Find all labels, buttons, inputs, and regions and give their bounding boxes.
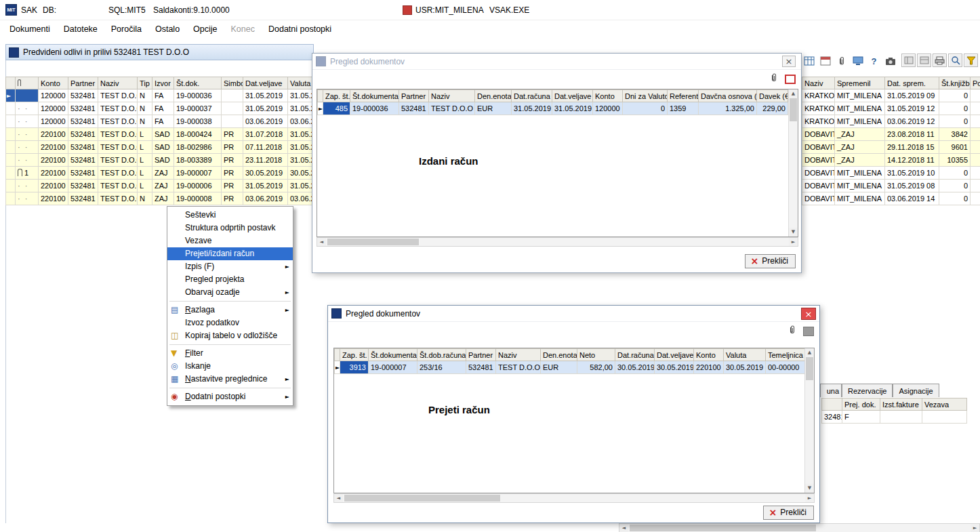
tab[interactable]: una (820, 384, 842, 397)
filter-icon[interactable] (964, 54, 978, 67)
menu-item[interactable]: Iskanje (167, 360, 293, 373)
col-header-dat-veljave[interactable]: Dat.veljave (655, 349, 694, 361)
panel-alt-icon[interactable] (917, 54, 931, 67)
menu-item[interactable]: Nastavitve preglednice► (167, 373, 293, 386)
horizontal-scrollbar[interactable]: ◄ ► (333, 493, 815, 503)
paperclip-icon[interactable] (770, 73, 778, 85)
close-icon[interactable]: × (801, 308, 816, 320)
col-header-datveljave[interactable]: Dat.veljave (243, 77, 288, 89)
menu-item[interactable]: Vezave (167, 234, 293, 247)
col-header-dat-racuna[interactable]: Dat.računa (615, 349, 655, 361)
frame-icon[interactable] (785, 75, 796, 84)
col-header-partner[interactable]: Partner (466, 349, 496, 361)
form-icon[interactable] (818, 54, 832, 68)
menu-item[interactable]: Dodatni postopki► (167, 390, 293, 403)
grid-row[interactable]: · · 220100 532481 TEST D.O.O L SAD 18-00… (6, 141, 314, 154)
col-header-dat-sprem[interactable]: Dat. sprem. (885, 77, 939, 89)
col-header-naziv[interactable]: Naziv (98, 77, 138, 89)
col-header-po[interactable]: Po (971, 77, 980, 89)
col-header-naziv[interactable]: Naziv (496, 349, 541, 361)
printer-icon[interactable] (933, 54, 947, 67)
grid-row[interactable]: DOBAVIT _ZAJ 14.12.2018 11 10355 (802, 154, 980, 167)
grid-row[interactable]: · · 120000 532481 TEST D.O.O N FA 19-000… (6, 115, 314, 128)
vertical-scrollbar[interactable]: ▲ ▼ (804, 348, 814, 493)
col-header-konto[interactable]: Konto (593, 90, 623, 102)
menu-item[interactable]: Seštevki (167, 209, 293, 222)
row-marker-header[interactable] (335, 349, 340, 361)
main-horizontal-scrollbar[interactable]: ◄ ► (619, 523, 980, 532)
row-marker-header[interactable] (318, 90, 323, 102)
scroll-up-icon[interactable]: ▲ (805, 348, 814, 357)
menu-item[interactable]: Filter (167, 347, 293, 360)
grid-row[interactable]: · · 220100 532481 TEST D.O.O L SAD 18-00… (6, 128, 314, 141)
tab[interactable]: Rezervacije (842, 384, 893, 397)
col-header-simbol[interactable]: Simbol (222, 77, 243, 89)
col-header-izvor[interactable]: Izvor (152, 77, 174, 89)
grid-row[interactable]: ► 485 19-000036 532481 TEST D.O.O EUR 31… (318, 102, 788, 115)
col-header-st-knjizbe[interactable]: Št.knjižbe (939, 77, 971, 89)
scroll-left-icon[interactable]: ◄ (334, 494, 343, 502)
col-header-spremenil[interactable]: Spremenil (835, 77, 885, 89)
col-header-cut[interactable] (822, 398, 842, 411)
tab[interactable]: Asignacije (893, 384, 939, 397)
grid-row[interactable]: ► 120000 532481 TEST D.O.O N FA 19-00003… (6, 89, 314, 102)
scroll-right-icon[interactable]: ► (805, 494, 814, 502)
col-header-partner[interactable]: Partner (68, 77, 98, 89)
grid-row[interactable]: DOBAVIT MIT_MILENA 31.05.2019 10 0 (802, 167, 980, 180)
col-header-stdok[interactable]: Št.dok. (174, 77, 222, 89)
grid-row[interactable]: 32481 F (822, 411, 967, 424)
col-header-prej-dok[interactable]: Prej. dok. (842, 398, 880, 411)
menu-bar-item[interactable]: Konec (224, 22, 262, 37)
table-grid-icon[interactable] (802, 54, 816, 68)
menu-item[interactable]: Izvoz podatkov (167, 316, 293, 329)
scroll-left-icon[interactable]: ◄ (317, 238, 326, 246)
col-header-valuta[interactable]: Valuta (288, 77, 314, 89)
col-header-dat-veljave[interactable]: Dat.veljave (552, 90, 593, 102)
scroll-right-icon[interactable]: ► (789, 238, 798, 246)
menu-item[interactable]: Izpis (F)► (167, 260, 293, 273)
attachment-column-header[interactable] (16, 77, 39, 89)
menu-bar-item[interactable]: Ostalo (148, 22, 186, 37)
scroll-down-icon[interactable]: ▼ (805, 484, 814, 493)
menu-item[interactable]: Obarvaj ozadje► (167, 286, 293, 299)
grid-row[interactable]: · · 220100 532481 TEST D.O.O N ZAJ 19-00… (6, 192, 314, 205)
help-icon[interactable]: ? (867, 54, 881, 68)
grid-row[interactable]: · · 220100 532481 TEST D.O.O L SAD 18-00… (6, 154, 314, 167)
grid-row[interactable]: KRATKOR MIT_MILENA 31.05.2019 12 0 (802, 102, 980, 115)
scroll-left-icon[interactable]: ◄ (619, 524, 628, 532)
grid-row[interactable]: DOBAVIT MIT_MILENA 31.05.2019 08 0 (802, 180, 980, 192)
col-header-davcna-osnova[interactable]: Davčna osnova (€) (699, 90, 757, 102)
cancel-button[interactable]: × Prekliči (763, 506, 814, 520)
grid-row[interactable]: ► 3913 19-000007 253/16 532481 TEST D.O.… (335, 361, 805, 374)
menu-item[interactable]: Struktura odprtih postavk (167, 222, 293, 234)
scroll-up-icon[interactable]: ▲ (789, 89, 798, 98)
col-header-konto[interactable]: Konto (694, 349, 724, 361)
scroll-down-icon[interactable]: ▼ (789, 228, 798, 237)
col-header-st-dokumenta[interactable]: Št.dokumenta (350, 90, 399, 102)
col-header-zap-st[interactable]: Zap. št. (323, 90, 350, 102)
grid-row[interactable]: · · 220100 532481 TEST D.O.O L ZAJ 19-00… (6, 180, 314, 192)
row-marker-header[interactable] (6, 77, 16, 89)
col-header-dni-za-valuto[interactable]: Dni za Valuto (623, 90, 668, 102)
menu-item[interactable]: Prejeti/izdani račun (167, 247, 293, 260)
col-header-izst-fakture[interactable]: Izst.fakture (880, 398, 922, 411)
paperclip-icon[interactable] (834, 54, 849, 68)
grid-row[interactable]: DOBAVIT _ZAJ 23.08.2018 11 3842 (802, 128, 980, 141)
horizontal-scrollbar[interactable]: ◄ ► (317, 237, 798, 247)
scroll-thumb[interactable] (327, 239, 419, 245)
gray-box-icon[interactable] (803, 327, 814, 336)
menu-item[interactable]: Razlaga► (167, 304, 293, 316)
grid-row[interactable]: · · 120000 532481 TEST D.O.O N FA 19-000… (6, 102, 314, 115)
col-header-den-enota[interactable]: Den.enota (541, 349, 577, 361)
scroll-thumb[interactable] (630, 525, 816, 531)
menu-item[interactable]: Pregled projekta (167, 273, 293, 286)
col-header-referent[interactable]: Referent (668, 90, 699, 102)
vertical-scrollbar[interactable]: ▲ ▼ (788, 89, 798, 237)
col-header-tip[interactable]: Tip (138, 77, 152, 89)
zoom-icon[interactable] (948, 54, 962, 67)
col-header-naziv-konta[interactable]: Naziv (802, 77, 835, 89)
col-header-st-dokumenta[interactable]: Št.dokumenta (369, 349, 417, 361)
col-header-davek[interactable]: Davek (€) (757, 90, 788, 102)
export-icon[interactable] (851, 54, 865, 68)
grid-row[interactable]: 1 220100 532481 TEST D.O.O L ZAJ 19-0000… (6, 167, 314, 180)
